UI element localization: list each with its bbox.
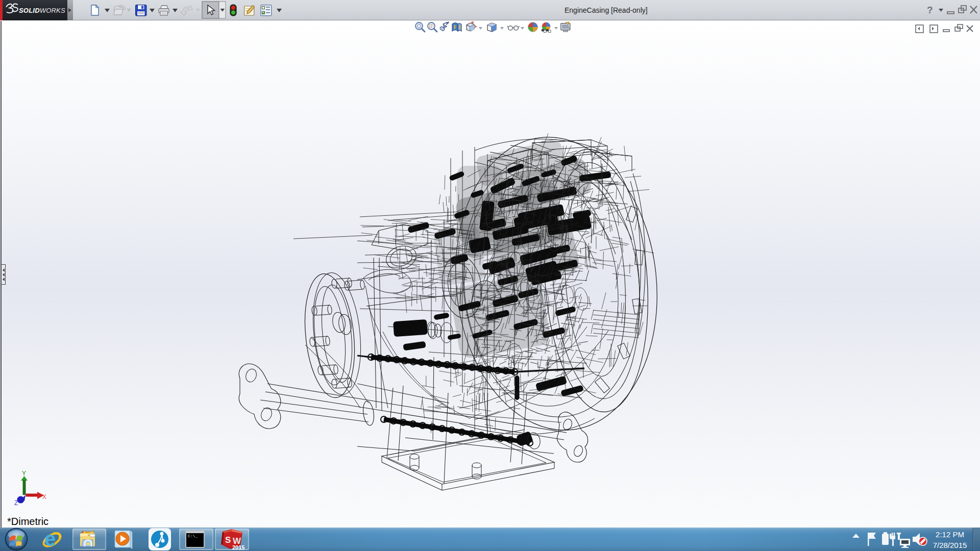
svg-text:2:12 PM: 2:12 PM xyxy=(936,530,964,539)
svg-text:Y: Y xyxy=(22,470,26,477)
svg-text:X: X xyxy=(42,493,46,500)
svg-text:2015: 2015 xyxy=(232,544,244,550)
svg-text:SOLIDWORKS: SOLIDWORKS xyxy=(19,7,65,14)
svg-text:?: ? xyxy=(927,5,933,15)
svg-text:7/28/2015: 7/28/2015 xyxy=(933,541,967,549)
svg-text:C:\_: C:\_ xyxy=(188,534,198,538)
svg-text:S: S xyxy=(225,535,231,545)
svg-text:e: e xyxy=(44,528,56,550)
svg-text:Z: Z xyxy=(14,499,18,507)
